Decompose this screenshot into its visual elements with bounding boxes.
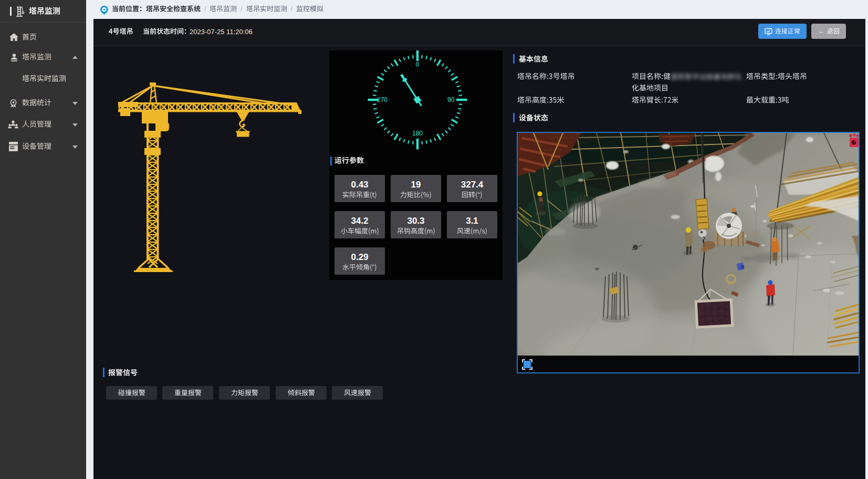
svg-text:0: 0	[416, 61, 420, 68]
svg-text:180: 180	[412, 130, 423, 137]
svg-text:90: 90	[447, 96, 455, 103]
svg-text:270: 270	[377, 96, 388, 103]
